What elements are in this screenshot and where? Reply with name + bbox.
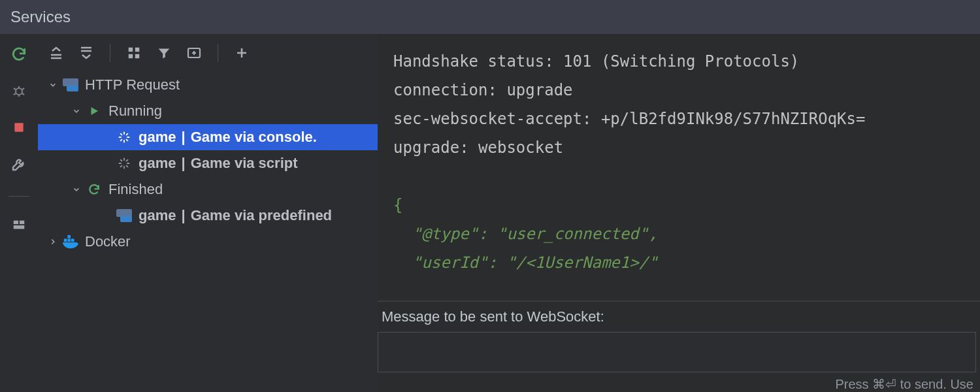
chevron-down-icon [71, 184, 82, 195]
toolbar-separator-2 [218, 44, 218, 62]
svg-point-0 [16, 88, 22, 95]
tree-item-desc: Game via console. [191, 129, 317, 146]
spinner-icon [116, 155, 132, 171]
gutter-separator [8, 196, 29, 197]
console-json-line: "userId": "/<1UserName1>/" [393, 253, 658, 272]
tree-node-label: Docker [85, 233, 131, 250]
play-icon [86, 103, 102, 119]
separator-pipe: | [181, 155, 185, 172]
send-hint: Press ⌘⏎ to send. Use [378, 372, 980, 392]
services-tree[interactable]: HTTP Request Running game | Game via con… [38, 72, 378, 392]
console-json-line: "@type": "user_connected", [393, 225, 658, 243]
console-line: Handshake status: 101 (Switching Protoco… [393, 52, 799, 71]
tree-node-docker[interactable]: Docker [38, 229, 378, 255]
tree-item-desc: Game via predefined [191, 207, 332, 224]
svg-rect-8 [135, 54, 139, 58]
toolbar-separator [110, 44, 110, 62]
add-icon[interactable] [230, 41, 253, 65]
bug-icon[interactable] [10, 82, 27, 99]
chevron-down-icon [71, 105, 82, 117]
svg-rect-6 [135, 48, 139, 52]
chevron-right-icon [47, 236, 59, 248]
panel-title-bar: Services [0, 0, 980, 34]
svg-rect-4 [14, 225, 25, 229]
collapse-all-icon[interactable] [74, 41, 98, 65]
tree-item-name: game [139, 207, 176, 224]
tree-node-label: HTTP Request [85, 76, 180, 93]
tree-item-name: game [139, 129, 176, 146]
tree-node-running[interactable]: Running [38, 98, 378, 124]
console-line: connection: upgrade [393, 81, 573, 99]
spinner-icon [116, 129, 132, 145]
svg-rect-15 [67, 238, 71, 242]
tree-node-game-predefined[interactable]: game | Game via predefined [38, 203, 378, 229]
svg-rect-1 [14, 123, 23, 131]
message-input[interactable] [378, 332, 976, 372]
tree-item-desc: Game via script [191, 155, 298, 172]
open-tab-icon[interactable] [182, 41, 206, 65]
tree-item-name: game [139, 155, 176, 172]
svg-rect-14 [64, 238, 67, 242]
console-line: sec-websocket-accept: +p/lB2fd9INk98/S77… [393, 110, 865, 128]
svg-rect-5 [129, 48, 133, 52]
stop-icon[interactable] [10, 119, 27, 136]
console-output[interactable]: Handshake status: 101 (Switching Protoco… [378, 34, 980, 301]
tree-node-finished[interactable]: Finished [38, 176, 378, 203]
api-icon [63, 77, 78, 93]
filter-icon[interactable] [152, 41, 176, 65]
rerun-small-icon [86, 182, 102, 197]
wrench-icon[interactable] [10, 155, 27, 172]
tree-node-game-console[interactable]: game | Game via console. [38, 124, 378, 150]
svg-rect-16 [71, 238, 74, 242]
tree-panel: HTTP Request Running game | Game via con… [38, 34, 378, 392]
svg-rect-17 [67, 235, 71, 238]
message-label: Message to be sent to WebSocket: [378, 302, 980, 325]
tree-node-label: Finished [108, 181, 163, 198]
tree-node-label: Running [108, 103, 162, 120]
svg-rect-3 [20, 221, 24, 225]
console-line: upgrade: websocket [393, 139, 563, 157]
main-area: HTTP Request Running game | Game via con… [0, 34, 980, 392]
tree-toolbar [38, 34, 378, 72]
svg-rect-13 [120, 216, 132, 222]
panel-title: Services [10, 8, 71, 26]
svg-rect-7 [129, 54, 133, 58]
svg-rect-2 [14, 221, 18, 225]
left-gutter [0, 34, 38, 392]
docker-icon [63, 234, 78, 250]
console-json-brace: { [393, 196, 402, 214]
api-icon [116, 208, 132, 223]
expand-all-icon[interactable] [44, 41, 68, 65]
separator-pipe: | [181, 207, 185, 224]
rerun-icon[interactable] [10, 46, 27, 63]
tree-node-http-request[interactable]: HTTP Request [38, 72, 378, 98]
svg-rect-11 [67, 85, 78, 91]
tree-node-game-script[interactable]: game | Game via script [38, 150, 378, 176]
detail-panel: Handshake status: 101 (Switching Protoco… [378, 34, 980, 392]
separator-pipe: | [181, 129, 185, 146]
layout-icon[interactable] [10, 216, 27, 233]
group-by-icon[interactable] [122, 41, 146, 65]
message-box-wrap [378, 325, 980, 372]
chevron-down-icon [47, 79, 59, 91]
